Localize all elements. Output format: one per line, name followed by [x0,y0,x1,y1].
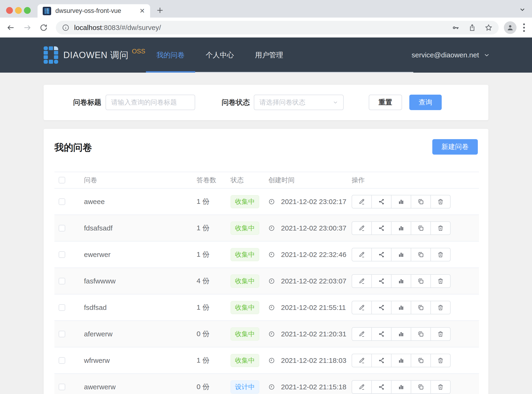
brand[interactable]: DIAOWEN 调问 OSS [44,37,145,73]
new-tab-button[interactable] [155,5,165,16]
delete-button[interactable] [431,301,451,314]
tab-search-button[interactable] [519,6,526,13]
edit-button[interactable] [352,274,372,288]
row-checkbox[interactable] [59,384,65,390]
forward-button[interactable] [23,23,32,32]
menu-item-personal-center[interactable]: 个人中心 [195,37,245,73]
close-tab-icon[interactable]: ✕ [140,8,145,14]
favicon [43,7,51,15]
share-icon [378,357,385,364]
title-filter-input[interactable] [106,95,195,110]
share-button[interactable] [371,354,392,367]
table-row: fasfwwww 4 份 收集中 2021-12-02 22:03:07 [54,268,479,295]
share-button[interactable] [371,274,392,288]
delete-button[interactable] [431,221,451,235]
edit-button[interactable] [352,301,372,314]
stats-button[interactable] [391,327,411,341]
stats-button[interactable] [391,354,411,367]
edit-button[interactable] [352,248,372,261]
browser-tab[interactable]: dwsurvey-oss-front-vue ✕ [37,4,150,18]
copy-button[interactable] [411,301,431,314]
response-count: 1 份 [192,356,229,365]
star-icon[interactable] [485,24,493,32]
bar-chart-icon [398,198,405,205]
browser-menu-button[interactable] [523,23,525,32]
share-button[interactable] [371,327,392,341]
row-checkbox[interactable] [59,198,65,205]
bar-chart-icon [398,225,405,232]
close-window-button[interactable] [6,7,13,14]
minimize-window-button[interactable] [15,7,22,14]
share-button[interactable] [371,221,392,235]
stats-button[interactable] [391,274,411,288]
share-button[interactable] [371,195,392,208]
stats-button[interactable] [391,301,411,314]
user-email: service@diaowen.net [412,51,479,59]
back-button[interactable] [7,23,15,32]
delete-button[interactable] [431,354,451,367]
copy-button[interactable] [411,274,431,288]
row-actions [352,248,451,261]
status-filter-select[interactable]: 请选择问卷状态 [254,95,344,110]
stats-button[interactable] [391,380,411,394]
row-actions [352,301,451,314]
edit-button[interactable] [352,354,372,367]
stats-button[interactable] [391,248,411,261]
row-checkbox[interactable] [59,278,65,284]
chevron-down-icon [519,6,526,13]
share-page-icon[interactable] [468,24,476,32]
share-button[interactable] [371,380,392,394]
zoom-window-button[interactable] [24,7,31,14]
copy-button[interactable] [411,221,431,235]
delete-button[interactable] [431,195,451,208]
survey-name: fdsafsadf [77,224,192,232]
copy-icon [417,225,424,232]
row-actions [352,195,451,208]
traffic-lights[interactable] [6,7,31,14]
edit-button[interactable] [352,380,372,394]
menu-item-user-management[interactable]: 用户管理 [245,37,294,73]
copy-button[interactable] [411,327,431,341]
menu-item-my-surveys[interactable]: 我的问卷 [146,37,195,73]
row-checkbox[interactable] [59,331,65,337]
row-checkbox[interactable] [59,357,65,364]
edit-icon [358,331,365,337]
delete-button[interactable] [431,380,451,394]
delete-button[interactable] [431,274,451,288]
info-icon[interactable] [62,24,69,31]
survey-name: aferwerw [77,330,192,338]
table-row: awerwerw 0 份 设计中 2021-12-02 21:15:18 [54,374,479,394]
user-menu[interactable]: service@diaowen.net [412,37,490,73]
edit-button[interactable] [352,327,372,341]
edit-button[interactable] [352,195,372,208]
search-button[interactable]: 查询 [409,95,442,110]
stats-button[interactable] [391,195,411,208]
copy-button[interactable] [411,195,431,208]
delete-button[interactable] [431,327,451,341]
copy-button[interactable] [411,380,431,394]
row-checkbox[interactable] [59,304,65,311]
response-count: 0 份 [192,329,229,339]
key-icon[interactable] [452,24,460,32]
created-time: 2021-12-02 21:15:18 [281,383,346,391]
row-actions [352,380,451,394]
delete-button[interactable] [431,248,451,261]
row-checkbox[interactable] [59,225,65,231]
share-button[interactable] [371,301,392,314]
url-text[interactable]: localhost:8083/#/dw/survey/ [74,24,452,32]
share-button[interactable] [371,248,392,261]
copy-icon [417,384,424,390]
browser-profile-button[interactable] [504,21,516,34]
copy-button[interactable] [411,248,431,261]
reset-button[interactable]: 重置 [369,95,402,110]
stats-button[interactable] [391,221,411,235]
url-bar[interactable]: localhost:8083/#/dw/survey/ [56,21,499,34]
edit-button[interactable] [352,221,372,235]
create-survey-button[interactable]: 新建问卷 [432,139,478,155]
trash-icon [437,357,444,364]
select-all-checkbox[interactable] [59,177,65,183]
reload-button[interactable] [39,23,48,32]
copy-button[interactable] [411,354,431,367]
edit-icon [358,304,365,311]
row-checkbox[interactable] [59,251,65,258]
